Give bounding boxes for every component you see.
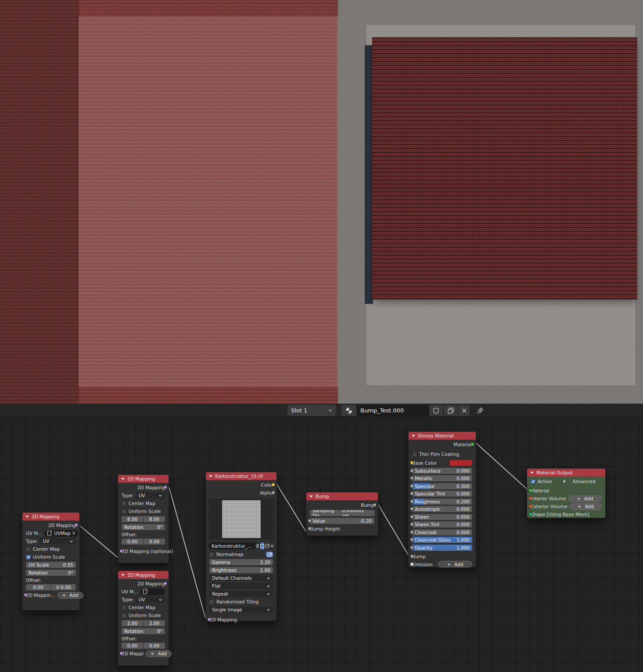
socket-in-1[interactable]: [410, 476, 414, 480]
sampling-distance-slider[interactable]: Sampling Dis0.000001 cm: [310, 510, 374, 516]
node-header[interactable]: Bump: [306, 492, 378, 500]
socket-in-2d-mapping[interactable]: [24, 593, 28, 597]
rotation-slider[interactable]: Rotation0°: [26, 570, 76, 576]
scale-x-field[interactable]: 2.00: [122, 620, 143, 626]
socket-out-2d-mapping[interactable]: [74, 523, 78, 527]
socket-in-7[interactable]: [410, 522, 414, 526]
offset-y-field[interactable]: V 0.00: [51, 584, 76, 590]
type-dropdown[interactable]: UV: [136, 492, 165, 499]
socket-in-2d-mapping-optional[interactable]: [119, 549, 123, 553]
normalmap-checkbox[interactable]: [209, 552, 214, 557]
image-browse-button[interactable]: [266, 552, 273, 557]
unlink-material-button[interactable]: [458, 405, 470, 416]
exterior-add-button[interactable]: +Add: [570, 503, 602, 510]
disney-slider[interactable]: Anisotropic0.000: [412, 506, 472, 512]
new-material-copy-button[interactable]: [444, 405, 457, 416]
node-2d-mapping-3[interactable]: 2D Mapping 2D Mapping UV M... Type: UV C…: [118, 571, 169, 666]
uniform-scale-checkbox[interactable]: [122, 613, 126, 618]
socket-in-3[interactable]: [410, 491, 414, 495]
uvmap-field[interactable]: [140, 589, 165, 595]
socket-in-5[interactable]: [410, 507, 414, 511]
gamma-slider[interactable]: Gamma2.20: [209, 559, 273, 565]
disney-slider[interactable]: Clearcoat Gloss1.000: [412, 537, 472, 543]
socket-out-2d-mapping[interactable]: [163, 485, 167, 489]
socket-in-6[interactable]: [410, 515, 414, 519]
rotation-slider[interactable]: Rotation0°: [122, 628, 165, 634]
material-sphere-icon[interactable]: [341, 405, 356, 416]
offset-x-field[interactable]: 0.00: [122, 643, 143, 649]
disney-slider[interactable]: Roughness0.200: [412, 499, 472, 505]
type-dropdown[interactable]: UV: [40, 538, 76, 544]
disney-slider[interactable]: Metallic0.000: [412, 475, 472, 481]
active-checkbox[interactable]: [531, 479, 535, 484]
offset-x-field[interactable]: 0.00: [122, 538, 143, 545]
node-disney-material[interactable]: Disney Material Material Thin Film Coati…: [408, 431, 476, 567]
add-button[interactable]: +Add: [146, 650, 172, 657]
disney-slider[interactable]: Specular0.300: [412, 483, 472, 489]
node-bump[interactable]: Bump Bump Sampling Dis0.000001 cm Value-…: [306, 492, 378, 536]
socket-out-color[interactable]: [271, 483, 275, 487]
node-material-output[interactable]: Material Output Active Advanced Material…: [527, 468, 606, 518]
randomized-tiling-checkbox[interactable]: [209, 600, 214, 604]
add-button[interactable]: +Add: [57, 592, 83, 599]
clear-icon[interactable]: [72, 531, 75, 535]
node-editor-canvas[interactable]: 2D Mapping 2D Mapping UV M... UVMap Type…: [0, 417, 643, 672]
disney-slider[interactable]: Sheen Tint0.000: [412, 521, 472, 527]
disney-slider[interactable]: Opacity1.000: [412, 545, 472, 551]
disney-slider[interactable]: Specular Tint0.000: [412, 491, 472, 497]
node-2d-mapping-1[interactable]: 2D Mapping 2D Mapping UV M... UVMap Type…: [22, 512, 80, 611]
center-map-checkbox[interactable]: [122, 501, 126, 506]
scale-y-field[interactable]: 2.00: [144, 620, 165, 626]
socket-in-value[interactable]: [308, 519, 312, 523]
uvmap-field[interactable]: UVMap: [44, 530, 78, 537]
interior-add-button[interactable]: +Add: [568, 495, 602, 502]
uniform-scale-checkbox[interactable]: [26, 555, 31, 560]
users-count-button[interactable]: 8: [256, 542, 259, 549]
image-name-field[interactable]: Kartonstruktur_...: [208, 542, 255, 549]
socket-in-2d-mapping[interactable]: [207, 618, 211, 621]
fake-user-shield-button[interactable]: [260, 542, 264, 549]
socket-in-bump-height[interactable]: [308, 527, 312, 531]
collapse-icon[interactable]: [25, 516, 29, 518]
socket-in-emission[interactable]: [410, 562, 414, 566]
socket-out-alpha[interactable]: [271, 491, 275, 495]
base-color-swatch[interactable]: [449, 460, 472, 466]
node-header[interactable]: Material Output: [527, 469, 605, 477]
collapse-icon[interactable]: [412, 435, 415, 437]
emission-add-button[interactable]: +Add: [438, 561, 472, 567]
socket-out-material[interactable]: [471, 442, 474, 446]
node-header[interactable]: 2D Mapping: [118, 571, 169, 579]
brightness-slider[interactable]: Brightness1.00: [209, 567, 273, 573]
collapse-icon[interactable]: [530, 472, 534, 474]
disney-slider[interactable]: Clearcoat0.000: [412, 529, 472, 535]
socket-in-9[interactable]: [410, 538, 414, 542]
collapse-icon[interactable]: [121, 574, 125, 576]
material-name-field[interactable]: Bump_Test.000: [356, 405, 429, 416]
offset-x-field[interactable]: 0.00: [26, 584, 51, 590]
type-dropdown[interactable]: UV: [136, 596, 165, 603]
socket-in-base-color[interactable]: [410, 461, 414, 465]
node-header[interactable]: Disney Material: [409, 432, 476, 440]
node-header[interactable]: 2D Mapping: [22, 513, 79, 520]
node-header[interactable]: 2D Mapping: [118, 475, 169, 483]
node-2d-mapping-2[interactable]: 2D Mapping 2D Mapping Type: UV Center Ma…: [118, 474, 169, 563]
uniform-scale-checkbox[interactable]: [122, 509, 126, 514]
socket-in-10[interactable]: [410, 546, 414, 549]
socket-in-2d-mapping[interactable]: [119, 651, 123, 655]
node-header[interactable]: Kartonstruktur_15.tif: [206, 472, 277, 480]
socket-out-2d-mapping[interactable]: [163, 582, 167, 585]
socket-out-bump[interactable]: [373, 503, 377, 507]
socket-in-2[interactable]: [410, 484, 414, 488]
socket-in-8[interactable]: [410, 530, 414, 534]
copy-image-button[interactable]: [265, 542, 269, 549]
scale-y-field[interactable]: 8.00: [144, 516, 165, 522]
center-map-checkbox[interactable]: [26, 547, 31, 552]
advanced-expand-icon[interactable]: [564, 480, 566, 483]
projection-dropdown[interactable]: Flat: [209, 583, 273, 589]
rotation-slider[interactable]: Rotation0°: [122, 524, 165, 530]
disney-slider[interactable]: Subsurface0.000: [412, 468, 472, 474]
socket-in-4[interactable]: [410, 499, 414, 503]
socket-in-bump[interactable]: [410, 554, 414, 558]
center-map-checkbox[interactable]: [122, 605, 126, 610]
collapse-icon[interactable]: [309, 495, 313, 498]
